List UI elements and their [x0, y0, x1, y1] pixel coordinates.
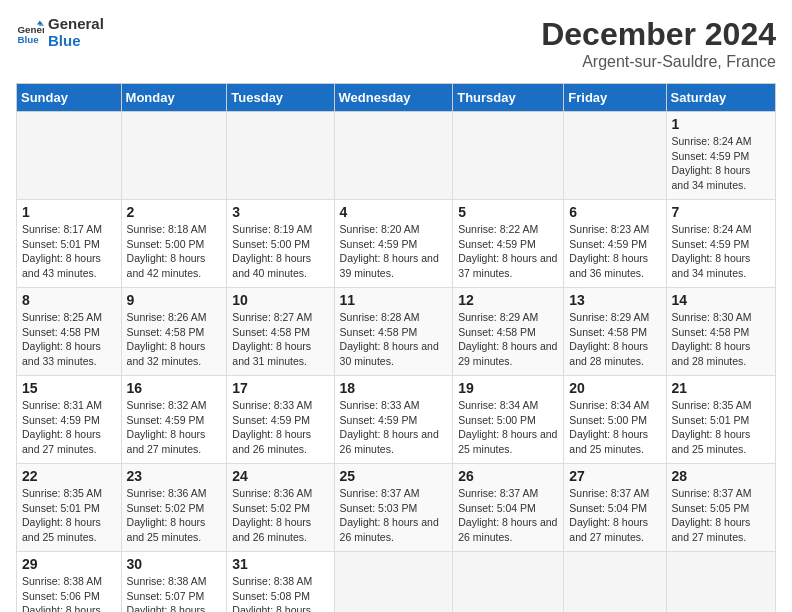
calendar-week-row: 1 Sunrise: 8:17 AMSunset: 5:01 PMDayligh… [17, 200, 776, 288]
calendar-cell: 1 Sunrise: 8:17 AMSunset: 5:01 PMDayligh… [17, 200, 122, 288]
calendar-cell [453, 552, 564, 613]
day-number: 22 [22, 468, 116, 484]
calendar-cell: 12 Sunrise: 8:29 AMSunset: 4:58 PMDaylig… [453, 288, 564, 376]
month-title: December 2024 [541, 16, 776, 53]
day-number: 26 [458, 468, 558, 484]
day-number: 14 [672, 292, 770, 308]
day-number: 10 [232, 292, 328, 308]
day-detail: Sunrise: 8:17 AMSunset: 5:01 PMDaylight:… [22, 223, 102, 279]
day-number: 1 [672, 116, 770, 132]
day-detail: Sunrise: 8:38 AMSunset: 5:06 PMDaylight:… [22, 575, 102, 612]
logo-general: General [48, 16, 104, 33]
calendar-cell [121, 112, 227, 200]
day-detail: Sunrise: 8:38 AMSunset: 5:08 PMDaylight:… [232, 575, 312, 612]
day-detail: Sunrise: 8:38 AMSunset: 5:07 PMDaylight:… [127, 575, 207, 612]
calendar-cell: 25 Sunrise: 8:37 AMSunset: 5:03 PMDaylig… [334, 464, 453, 552]
calendar-cell [334, 552, 453, 613]
day-detail: Sunrise: 8:37 AMSunset: 5:04 PMDaylight:… [458, 487, 557, 543]
calendar-cell: 28 Sunrise: 8:37 AMSunset: 5:05 PMDaylig… [666, 464, 775, 552]
calendar-cell: 3 Sunrise: 8:19 AMSunset: 5:00 PMDayligh… [227, 200, 334, 288]
calendar-week-row: 22 Sunrise: 8:35 AMSunset: 5:01 PMDaylig… [17, 464, 776, 552]
calendar-cell [334, 112, 453, 200]
day-number: 23 [127, 468, 222, 484]
day-detail: Sunrise: 8:18 AMSunset: 5:00 PMDaylight:… [127, 223, 207, 279]
day-detail: Sunrise: 8:30 AMSunset: 4:58 PMDaylight:… [672, 311, 752, 367]
location-title: Argent-sur-Sauldre, France [541, 53, 776, 71]
day-detail: Sunrise: 8:24 AMSunset: 4:59 PMDaylight:… [672, 223, 752, 279]
day-detail: Sunrise: 8:27 AMSunset: 4:58 PMDaylight:… [232, 311, 312, 367]
day-number: 25 [340, 468, 448, 484]
weekday-header: Thursday [453, 84, 564, 112]
weekday-header: Sunday [17, 84, 122, 112]
day-number: 20 [569, 380, 660, 396]
calendar-cell: 7 Sunrise: 8:24 AMSunset: 4:59 PMDayligh… [666, 200, 775, 288]
day-number: 1 [22, 204, 116, 220]
day-number: 30 [127, 556, 222, 572]
day-detail: Sunrise: 8:32 AMSunset: 4:59 PMDaylight:… [127, 399, 207, 455]
calendar-week-row: 15 Sunrise: 8:31 AMSunset: 4:59 PMDaylig… [17, 376, 776, 464]
weekday-header: Monday [121, 84, 227, 112]
weekday-header: Friday [564, 84, 666, 112]
calendar-cell: 2 Sunrise: 8:18 AMSunset: 5:00 PMDayligh… [121, 200, 227, 288]
calendar-cell: 16 Sunrise: 8:32 AMSunset: 4:59 PMDaylig… [121, 376, 227, 464]
day-number: 16 [127, 380, 222, 396]
calendar-cell: 8 Sunrise: 8:25 AMSunset: 4:58 PMDayligh… [17, 288, 122, 376]
day-number: 3 [232, 204, 328, 220]
calendar-cell: 23 Sunrise: 8:36 AMSunset: 5:02 PMDaylig… [121, 464, 227, 552]
day-number: 11 [340, 292, 448, 308]
weekday-header: Tuesday [227, 84, 334, 112]
calendar-cell: 31 Sunrise: 8:38 AMSunset: 5:08 PMDaylig… [227, 552, 334, 613]
calendar-cell: 5 Sunrise: 8:22 AMSunset: 4:59 PMDayligh… [453, 200, 564, 288]
day-detail: Sunrise: 8:35 AMSunset: 5:01 PMDaylight:… [22, 487, 102, 543]
day-detail: Sunrise: 8:33 AMSunset: 4:59 PMDaylight:… [232, 399, 312, 455]
day-detail: Sunrise: 8:37 AMSunset: 5:03 PMDaylight:… [340, 487, 439, 543]
day-detail: Sunrise: 8:37 AMSunset: 5:04 PMDaylight:… [569, 487, 649, 543]
day-detail: Sunrise: 8:37 AMSunset: 5:05 PMDaylight:… [672, 487, 752, 543]
day-number: 18 [340, 380, 448, 396]
day-number: 8 [22, 292, 116, 308]
calendar-cell: 24 Sunrise: 8:36 AMSunset: 5:02 PMDaylig… [227, 464, 334, 552]
calendar-cell: 27 Sunrise: 8:37 AMSunset: 5:04 PMDaylig… [564, 464, 666, 552]
calendar-week-row: 8 Sunrise: 8:25 AMSunset: 4:58 PMDayligh… [17, 288, 776, 376]
calendar-cell: 22 Sunrise: 8:35 AMSunset: 5:01 PMDaylig… [17, 464, 122, 552]
day-detail: Sunrise: 8:22 AMSunset: 4:59 PMDaylight:… [458, 223, 557, 279]
day-number: 13 [569, 292, 660, 308]
day-detail: Sunrise: 8:25 AMSunset: 4:58 PMDaylight:… [22, 311, 102, 367]
day-detail: Sunrise: 8:34 AMSunset: 5:00 PMDaylight:… [569, 399, 649, 455]
day-detail: Sunrise: 8:29 AMSunset: 4:58 PMDaylight:… [569, 311, 649, 367]
calendar-cell: 20 Sunrise: 8:34 AMSunset: 5:00 PMDaylig… [564, 376, 666, 464]
day-detail: Sunrise: 8:31 AMSunset: 4:59 PMDaylight:… [22, 399, 102, 455]
page-header: General Blue General Blue December 2024 … [16, 16, 776, 71]
day-detail: Sunrise: 8:28 AMSunset: 4:58 PMDaylight:… [340, 311, 439, 367]
day-number: 5 [458, 204, 558, 220]
logo: General Blue General Blue [16, 16, 104, 49]
calendar-cell: 21 Sunrise: 8:35 AMSunset: 5:01 PMDaylig… [666, 376, 775, 464]
title-area: December 2024 Argent-sur-Sauldre, France [541, 16, 776, 71]
calendar-cell [666, 552, 775, 613]
svg-text:Blue: Blue [17, 33, 39, 44]
day-number: 4 [340, 204, 448, 220]
day-number: 9 [127, 292, 222, 308]
day-number: 27 [569, 468, 660, 484]
weekday-header-row: SundayMondayTuesdayWednesdayThursdayFrid… [17, 84, 776, 112]
day-detail: Sunrise: 8:19 AMSunset: 5:00 PMDaylight:… [232, 223, 312, 279]
weekday-header: Saturday [666, 84, 775, 112]
day-number: 31 [232, 556, 328, 572]
day-detail: Sunrise: 8:36 AMSunset: 5:02 PMDaylight:… [232, 487, 312, 543]
day-detail: Sunrise: 8:24 AMSunset: 4:59 PMDaylight:… [672, 135, 752, 191]
calendar-cell: 10 Sunrise: 8:27 AMSunset: 4:58 PMDaylig… [227, 288, 334, 376]
calendar-cell: 19 Sunrise: 8:34 AMSunset: 5:00 PMDaylig… [453, 376, 564, 464]
logo-icon: General Blue [16, 19, 44, 47]
calendar-cell: 30 Sunrise: 8:38 AMSunset: 5:07 PMDaylig… [121, 552, 227, 613]
weekday-header: Wednesday [334, 84, 453, 112]
day-number: 24 [232, 468, 328, 484]
calendar-cell: 13 Sunrise: 8:29 AMSunset: 4:58 PMDaylig… [564, 288, 666, 376]
logo-blue: Blue [48, 33, 104, 50]
day-detail: Sunrise: 8:35 AMSunset: 5:01 PMDaylight:… [672, 399, 752, 455]
day-number: 15 [22, 380, 116, 396]
calendar-cell: 14 Sunrise: 8:30 AMSunset: 4:58 PMDaylig… [666, 288, 775, 376]
day-number: 2 [127, 204, 222, 220]
day-number: 7 [672, 204, 770, 220]
calendar-cell: 18 Sunrise: 8:33 AMSunset: 4:59 PMDaylig… [334, 376, 453, 464]
calendar-table: SundayMondayTuesdayWednesdayThursdayFrid… [16, 83, 776, 612]
